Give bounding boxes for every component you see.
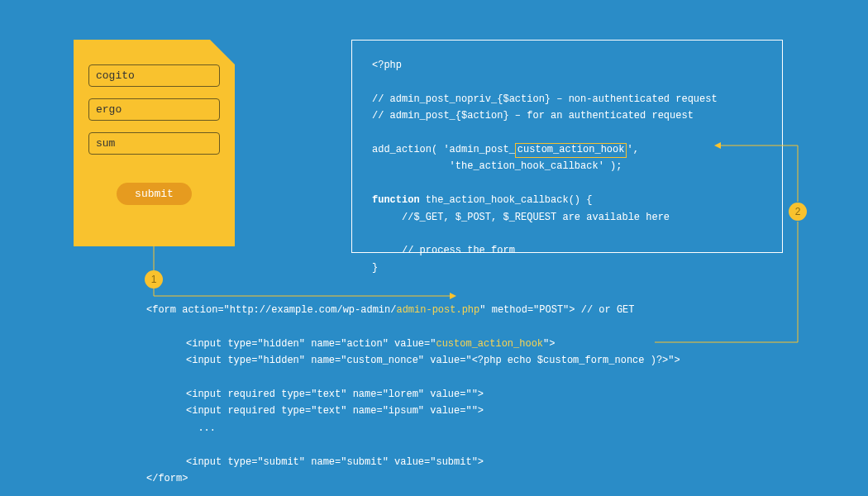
- step-badge-1: 1: [145, 270, 163, 289]
- keyword-function: function: [372, 194, 420, 206]
- php-code-panel: <?php // admin_post_nopriv_{$action} – n…: [351, 40, 783, 253]
- php-function: function the_action_hook_callback() {: [372, 192, 762, 208]
- form-open-c: " method="POST"> // or GET: [479, 304, 634, 316]
- php-comment-2: // admin_post_{$action} – for an authent…: [372, 107, 762, 124]
- field-sum[interactable]: [88, 132, 220, 155]
- html-code-block: <form action="http://example.com/wp-admi…: [146, 302, 680, 487]
- form-open-tag: <form action="http://example.com/wp-admi…: [146, 302, 680, 318]
- step-badge-2: 2: [789, 203, 807, 221]
- hook-name-box: custom_action_hook: [515, 143, 627, 158]
- submit-button[interactable]: submit: [117, 183, 192, 205]
- php-fn-comment-1: //$_GET, $_POST, $_REQUEST are available…: [372, 209, 762, 226]
- input-dots: ...: [146, 420, 680, 436]
- php-open: <?php: [372, 57, 762, 74]
- form-open-a: <form action="http://example.com/wp-admi…: [146, 304, 396, 316]
- form-open-highlight: admin-post.php: [396, 304, 479, 316]
- field-ergo[interactable]: [88, 98, 220, 121]
- input-action-c: ">: [543, 338, 555, 350]
- svg-marker-0: [450, 293, 456, 299]
- php-fn-comment-2: // process the form: [372, 242, 762, 259]
- add-action-suffix: ',: [627, 144, 638, 155]
- php-add-action: add_action( 'admin_post_custom_action_ho…: [372, 141, 762, 158]
- form-card: submit: [74, 40, 235, 246]
- function-signature: the_action_hook_callback() {: [420, 194, 593, 206]
- input-nonce: <input type="hidden" name="custom_nonce"…: [146, 352, 680, 369]
- php-add-action-l2: 'the_action_hook_callback' );: [372, 158, 762, 174]
- add-action-prefix: add_action( 'admin_post_: [372, 144, 515, 155]
- input-lorem: <input required type="text" name="lorem"…: [146, 386, 680, 403]
- input-submit: <input type="submit" name="submit" value…: [146, 454, 680, 470]
- input-action-a: <input type="hidden" name="action" value…: [186, 338, 436, 350]
- field-cogito[interactable]: [88, 64, 220, 87]
- php-comment-1: // admin_post_nopriv_{$action} – non-aut…: [372, 91, 762, 107]
- form-close-tag: </form>: [146, 470, 680, 487]
- php-fn-close: }: [372, 260, 762, 276]
- input-action-highlight: custom_action_hook: [436, 338, 543, 350]
- input-action: <input type="hidden" name="action" value…: [146, 336, 680, 352]
- input-ipsum: <input required type="text" name="ipsum"…: [146, 403, 680, 419]
